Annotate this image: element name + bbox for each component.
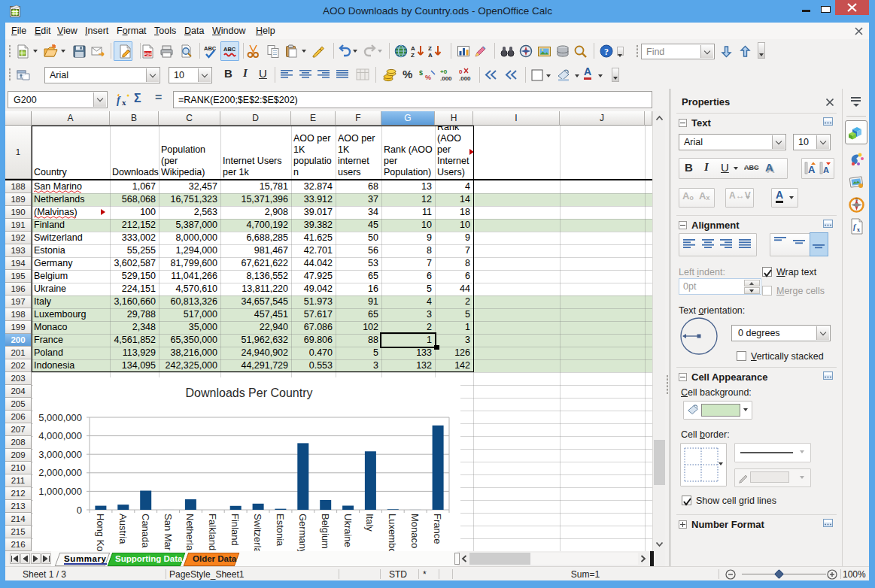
svg-text:Estonia: Estonia bbox=[275, 514, 286, 547]
svg-text:Belgium: Belgium bbox=[320, 514, 331, 549]
svg-text:x: x bbox=[857, 226, 860, 233]
svg-text:Falkland Islands: Falkland Islands bbox=[207, 514, 218, 551]
svg-text:f: f bbox=[117, 95, 121, 106]
svg-text:5,000,000: 5,000,000 bbox=[38, 412, 82, 423]
svg-text:+0: +0 bbox=[440, 68, 448, 75]
svg-text:Monaco: Monaco bbox=[409, 514, 421, 548]
svg-text:Z: Z bbox=[411, 52, 415, 59]
svg-text:$: $ bbox=[419, 69, 423, 77]
svg-text:Z: Z bbox=[428, 45, 432, 52]
svg-text:0: 0 bbox=[459, 68, 463, 75]
svg-text:ABC: ABC bbox=[223, 46, 236, 53]
svg-text:.000: .000 bbox=[440, 75, 452, 82]
svg-text:4,000,000: 4,000,000 bbox=[38, 430, 82, 441]
svg-text:Canada: Canada bbox=[140, 514, 151, 548]
svg-text:Downloads Per Country: Downloads Per Country bbox=[186, 386, 313, 399]
svg-text:Italy: Italy bbox=[364, 514, 375, 532]
svg-text:N: N bbox=[855, 198, 858, 202]
svg-text:0: 0 bbox=[77, 505, 82, 516]
svg-text:%: % bbox=[425, 74, 431, 81]
svg-text:Hong Kong: Hong Kong bbox=[95, 514, 106, 551]
svg-text:A: A bbox=[428, 52, 433, 59]
svg-text:Ukraine: Ukraine bbox=[342, 514, 354, 547]
svg-text:A: A bbox=[823, 165, 829, 174]
svg-text:?: ? bbox=[604, 47, 609, 57]
svg-text:San Marino: San Marino bbox=[163, 514, 174, 551]
svg-text:Finland: Finland bbox=[229, 514, 241, 546]
svg-text:Austria: Austria bbox=[117, 514, 129, 544]
svg-text:.000: .000 bbox=[459, 75, 471, 82]
svg-text:x: x bbox=[122, 98, 126, 107]
svg-text:Switzerland: Switzerland bbox=[252, 514, 263, 551]
svg-text:2,000,000: 2,000,000 bbox=[38, 467, 82, 478]
svg-text:PDF: PDF bbox=[144, 52, 153, 56]
svg-text:A: A bbox=[411, 45, 415, 52]
svg-text:Germany: Germany bbox=[297, 514, 308, 551]
svg-text:3,000,000: 3,000,000 bbox=[38, 449, 82, 460]
svg-text:A: A bbox=[808, 164, 816, 175]
svg-text:Netherlands: Netherlands bbox=[184, 514, 196, 551]
svg-text:1,000,000: 1,000,000 bbox=[38, 486, 82, 497]
svg-text:Luxembourg: Luxembourg bbox=[387, 514, 398, 551]
svg-text:France: France bbox=[432, 514, 443, 544]
